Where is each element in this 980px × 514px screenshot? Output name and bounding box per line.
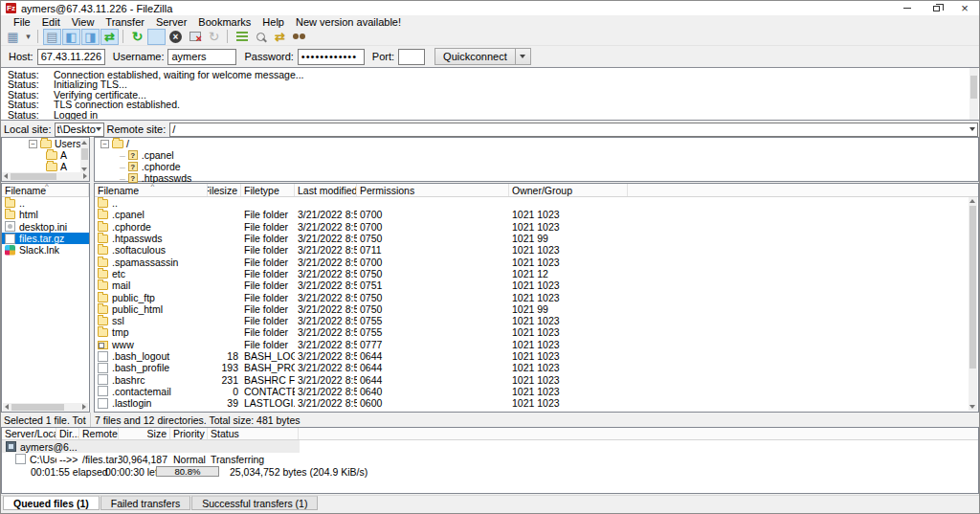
- disconnect-icon[interactable]: [186, 29, 204, 45]
- scroll-right-icon[interactable]: [82, 404, 86, 410]
- file-row[interactable]: etc File folder 3/21/2022 8:55:... 0750 …: [95, 268, 978, 279]
- file-row[interactable]: .bashrc 231 BASHRC File 3/21/2022 8:55:.…: [95, 373, 978, 385]
- menu-item[interactable]: Edit: [36, 16, 66, 28]
- collapse-icon[interactable]: −: [29, 140, 37, 148]
- find-files-icon[interactable]: [290, 29, 308, 45]
- toggle-transfer-queue-icon[interactable]: [100, 29, 119, 45]
- file-row[interactable]: Slack.lnk: [2, 244, 89, 256]
- file-row[interactable]: .contactemail 0 CONTACTE... 3/21/2022 8:…: [95, 386, 978, 397]
- refresh-icon[interactable]: [128, 29, 146, 45]
- column-header-server-local[interactable]: Server/Local ...: [2, 428, 56, 439]
- file-row[interactable]: .htpasswds File folder 3/21/2022 8:55:..…: [95, 233, 978, 244]
- quickconnect-dropdown-button[interactable]: [516, 48, 531, 65]
- cancel-icon[interactable]: [167, 29, 185, 45]
- column-header-priority[interactable]: Priority: [170, 428, 208, 439]
- collapse-icon[interactable]: −: [100, 140, 109, 148]
- menu-item[interactable]: New version available!: [290, 16, 407, 28]
- column-header-remote-file[interactable]: Remote f...: [79, 428, 119, 439]
- column-header-filesize[interactable]: Filesize: [208, 184, 241, 196]
- log-scrollbar[interactable]: [969, 68, 978, 120]
- scroll-up-icon[interactable]: [969, 199, 975, 203]
- port-input[interactable]: [398, 49, 425, 65]
- column-header-filename[interactable]: Filename ^: [95, 184, 208, 196]
- site-manager-dropdown-icon[interactable]: [23, 29, 33, 45]
- menu-item[interactable]: Server: [150, 16, 192, 28]
- column-header-owner-group[interactable]: Owner/Group: [509, 184, 628, 196]
- process-queue-icon[interactable]: [147, 29, 166, 45]
- file-row[interactable]: .bash_logout 18 BASH_LOG... 3/21/2022 8:…: [95, 350, 978, 362]
- scroll-left-icon[interactable]: [4, 173, 8, 179]
- scrollbar-thumb[interactable]: [81, 148, 88, 160]
- scroll-up-icon[interactable]: [81, 141, 87, 145]
- filter-icon[interactable]: [233, 29, 251, 45]
- tree-item[interactable]: A: [2, 149, 89, 161]
- remote-site-combobox[interactable]: /: [169, 123, 978, 137]
- file-row[interactable]: public_ftp File folder 3/21/2022 8:55:..…: [95, 291, 978, 302]
- menu-item[interactable]: View: [66, 16, 100, 28]
- column-header-last-modified[interactable]: Last modified: [295, 184, 357, 196]
- remote-list-vertical-scrollbar[interactable]: [969, 197, 977, 411]
- minimize-button[interactable]: [893, 1, 922, 15]
- tree-item-root[interactable]: − /: [95, 138, 978, 149]
- file-row[interactable]: files.tar.gz: [2, 233, 89, 244]
- column-header-size[interactable]: Size: [119, 428, 170, 439]
- scroll-right-icon[interactable]: [83, 173, 87, 179]
- password-input[interactable]: [298, 49, 365, 65]
- column-header-filetype[interactable]: Filetype: [241, 184, 295, 196]
- toggle-local-tree-icon[interactable]: [62, 29, 80, 45]
- file-row[interactable]: .cphorde File folder 3/21/2022 8:55:... …: [95, 221, 978, 233]
- file-row[interactable]: tmp File folder 3/21/2022 8:55:... 0755 …: [95, 326, 978, 338]
- file-row[interactable]: ..: [95, 197, 978, 209]
- file-row[interactable]: mail File folder 3/21/2022 8:55:... 0751…: [95, 279, 978, 291]
- username-input[interactable]: [167, 49, 236, 65]
- local-tree-horizontal-scrollbar[interactable]: [2, 172, 89, 181]
- file-row[interactable]: public_html File folder 3/21/2022 8:57:.…: [95, 303, 978, 315]
- file-row[interactable]: www File folder 3/21/2022 8:55:... 0777 …: [95, 339, 978, 350]
- tree-item[interactable]: A: [2, 161, 89, 172]
- menu-item[interactable]: Bookmarks: [192, 16, 256, 28]
- synchronized-browsing-icon[interactable]: [271, 29, 289, 45]
- file-row[interactable]: .cpanel File folder 3/21/2022 8:56:... 0…: [95, 209, 978, 220]
- separator[interactable]: [227, 30, 229, 43]
- tree-item-users[interactable]: − Users: [2, 138, 89, 149]
- scroll-down-icon[interactable]: [969, 405, 975, 409]
- column-header-direction[interactable]: Dir...: [56, 428, 79, 439]
- menu-item[interactable]: Help: [256, 16, 290, 28]
- queue-tab[interactable]: Failed transfers: [100, 496, 190, 510]
- file-row[interactable]: ..: [2, 197, 89, 209]
- quickconnect-button[interactable]: Quickconnect: [434, 48, 516, 65]
- scrollbar-thumb[interactable]: [11, 404, 64, 411]
- separator[interactable]: [122, 30, 124, 43]
- file-row[interactable]: .softaculous File folder 3/21/2022 8:55:…: [95, 244, 978, 256]
- restore-button[interactable]: [922, 1, 950, 15]
- toggle-remote-tree-icon[interactable]: [81, 29, 100, 45]
- file-row[interactable]: .spamassassin File folder 3/21/2022 8:55…: [95, 256, 978, 267]
- directory-comparison-icon[interactable]: [252, 29, 270, 45]
- scroll-left-icon[interactable]: [5, 404, 9, 410]
- menu-item[interactable]: Transfer: [100, 16, 150, 28]
- reconnect-icon[interactable]: [205, 29, 223, 45]
- close-button[interactable]: [950, 1, 979, 15]
- separator[interactable]: [37, 30, 39, 43]
- file-row[interactable]: .lastlogin 39 LASTLOGI... 3/21/2022 8:55…: [95, 397, 978, 409]
- file-row[interactable]: html: [2, 209, 89, 220]
- host-input[interactable]: [37, 49, 105, 65]
- local-site-combobox[interactable]: t\Desktop\: [55, 123, 104, 137]
- scrollbar-thumb[interactable]: [969, 206, 976, 369]
- scrollbar-thumb[interactable]: [11, 173, 56, 180]
- menu-item[interactable]: File: [8, 16, 36, 28]
- queue-file-row[interactable]: C:\Users\... -->> /files.tar.gz 30,964,1…: [2, 453, 978, 465]
- scroll-down-icon[interactable]: [81, 168, 87, 171]
- local-tree-vertical-scrollbar[interactable]: [80, 139, 89, 173]
- toggle-message-log-icon[interactable]: [43, 29, 61, 45]
- column-header-permissions[interactable]: Permissions: [357, 184, 509, 196]
- tree-item[interactable]: ‒ ? .cpanel: [95, 149, 978, 161]
- column-header-status[interactable]: Status: [208, 428, 299, 439]
- queue-tab[interactable]: Successful transfers (1): [191, 496, 318, 510]
- queue-server-row[interactable]: aymers@6...: [2, 440, 300, 453]
- file-row[interactable]: .bash_profile 193 BASH_PRO... 3/21/2022 …: [95, 362, 978, 373]
- file-row[interactable]: desktop.ini: [2, 221, 89, 233]
- file-row[interactable]: ssl File folder 3/21/2022 8:55:... 0755 …: [95, 315, 978, 326]
- column-header-filename[interactable]: Filename ^: [2, 184, 89, 196]
- tree-item[interactable]: ‒ ? .cphorde: [95, 161, 978, 172]
